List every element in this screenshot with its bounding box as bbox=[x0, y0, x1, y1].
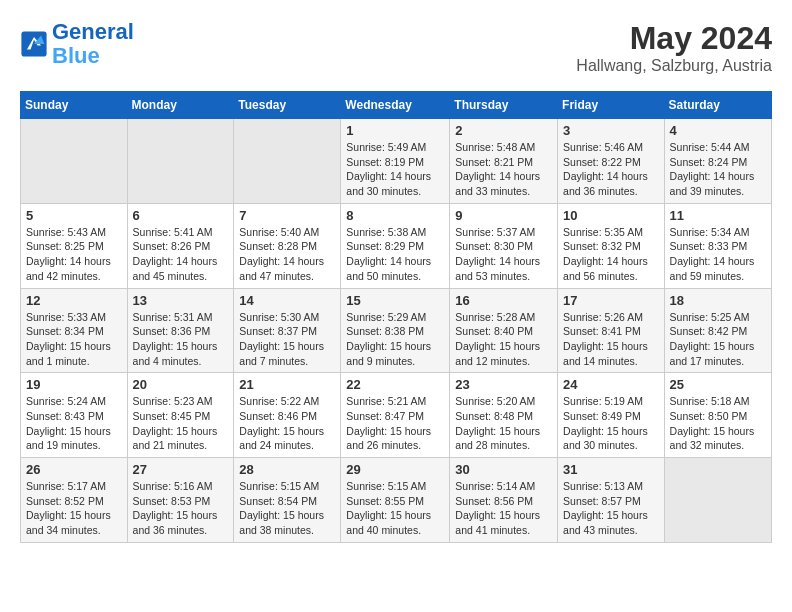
day-cell: 10Sunrise: 5:35 AM Sunset: 8:32 PM Dayli… bbox=[558, 203, 665, 288]
day-number: 5 bbox=[26, 208, 122, 223]
day-number: 15 bbox=[346, 293, 444, 308]
logo-text: General Blue bbox=[52, 20, 134, 68]
day-cell: 13Sunrise: 5:31 AM Sunset: 8:36 PM Dayli… bbox=[127, 288, 234, 373]
day-number: 19 bbox=[26, 377, 122, 392]
day-number: 2 bbox=[455, 123, 552, 138]
day-number: 21 bbox=[239, 377, 335, 392]
header-cell-monday: Monday bbox=[127, 92, 234, 119]
day-info: Sunrise: 5:30 AM Sunset: 8:37 PM Dayligh… bbox=[239, 310, 335, 369]
week-row-2: 5Sunrise: 5:43 AM Sunset: 8:25 PM Daylig… bbox=[21, 203, 772, 288]
day-number: 16 bbox=[455, 293, 552, 308]
day-number: 14 bbox=[239, 293, 335, 308]
title-block: May 2024 Hallwang, Salzburg, Austria bbox=[576, 20, 772, 75]
day-info: Sunrise: 5:20 AM Sunset: 8:48 PM Dayligh… bbox=[455, 394, 552, 453]
day-cell bbox=[664, 458, 771, 543]
logo: General Blue bbox=[20, 20, 134, 68]
day-cell: 18Sunrise: 5:25 AM Sunset: 8:42 PM Dayli… bbox=[664, 288, 771, 373]
day-cell: 4Sunrise: 5:44 AM Sunset: 8:24 PM Daylig… bbox=[664, 119, 771, 204]
day-cell: 8Sunrise: 5:38 AM Sunset: 8:29 PM Daylig… bbox=[341, 203, 450, 288]
day-info: Sunrise: 5:16 AM Sunset: 8:53 PM Dayligh… bbox=[133, 479, 229, 538]
week-row-1: 1Sunrise: 5:49 AM Sunset: 8:19 PM Daylig… bbox=[21, 119, 772, 204]
day-info: Sunrise: 5:31 AM Sunset: 8:36 PM Dayligh… bbox=[133, 310, 229, 369]
day-cell: 25Sunrise: 5:18 AM Sunset: 8:50 PM Dayli… bbox=[664, 373, 771, 458]
header-cell-wednesday: Wednesday bbox=[341, 92, 450, 119]
day-cell bbox=[234, 119, 341, 204]
day-number: 23 bbox=[455, 377, 552, 392]
day-number: 18 bbox=[670, 293, 766, 308]
day-cell: 28Sunrise: 5:15 AM Sunset: 8:54 PM Dayli… bbox=[234, 458, 341, 543]
day-info: Sunrise: 5:18 AM Sunset: 8:50 PM Dayligh… bbox=[670, 394, 766, 453]
page-header: General Blue May 2024 Hallwang, Salzburg… bbox=[20, 20, 772, 75]
day-info: Sunrise: 5:19 AM Sunset: 8:49 PM Dayligh… bbox=[563, 394, 659, 453]
day-info: Sunrise: 5:21 AM Sunset: 8:47 PM Dayligh… bbox=[346, 394, 444, 453]
day-info: Sunrise: 5:13 AM Sunset: 8:57 PM Dayligh… bbox=[563, 479, 659, 538]
day-info: Sunrise: 5:41 AM Sunset: 8:26 PM Dayligh… bbox=[133, 225, 229, 284]
day-cell: 9Sunrise: 5:37 AM Sunset: 8:30 PM Daylig… bbox=[450, 203, 558, 288]
day-cell: 31Sunrise: 5:13 AM Sunset: 8:57 PM Dayli… bbox=[558, 458, 665, 543]
day-info: Sunrise: 5:48 AM Sunset: 8:21 PM Dayligh… bbox=[455, 140, 552, 199]
day-cell: 27Sunrise: 5:16 AM Sunset: 8:53 PM Dayli… bbox=[127, 458, 234, 543]
day-cell: 30Sunrise: 5:14 AM Sunset: 8:56 PM Dayli… bbox=[450, 458, 558, 543]
day-number: 13 bbox=[133, 293, 229, 308]
header-cell-saturday: Saturday bbox=[664, 92, 771, 119]
day-number: 6 bbox=[133, 208, 229, 223]
day-cell bbox=[127, 119, 234, 204]
day-info: Sunrise: 5:24 AM Sunset: 8:43 PM Dayligh… bbox=[26, 394, 122, 453]
day-number: 27 bbox=[133, 462, 229, 477]
day-info: Sunrise: 5:38 AM Sunset: 8:29 PM Dayligh… bbox=[346, 225, 444, 284]
day-cell: 15Sunrise: 5:29 AM Sunset: 8:38 PM Dayli… bbox=[341, 288, 450, 373]
day-info: Sunrise: 5:34 AM Sunset: 8:33 PM Dayligh… bbox=[670, 225, 766, 284]
header-cell-friday: Friday bbox=[558, 92, 665, 119]
day-cell bbox=[21, 119, 128, 204]
day-info: Sunrise: 5:15 AM Sunset: 8:55 PM Dayligh… bbox=[346, 479, 444, 538]
day-info: Sunrise: 5:26 AM Sunset: 8:41 PM Dayligh… bbox=[563, 310, 659, 369]
day-cell: 22Sunrise: 5:21 AM Sunset: 8:47 PM Dayli… bbox=[341, 373, 450, 458]
header-cell-thursday: Thursday bbox=[450, 92, 558, 119]
day-cell: 29Sunrise: 5:15 AM Sunset: 8:55 PM Dayli… bbox=[341, 458, 450, 543]
day-number: 30 bbox=[455, 462, 552, 477]
day-info: Sunrise: 5:22 AM Sunset: 8:46 PM Dayligh… bbox=[239, 394, 335, 453]
day-cell: 2Sunrise: 5:48 AM Sunset: 8:21 PM Daylig… bbox=[450, 119, 558, 204]
day-number: 25 bbox=[670, 377, 766, 392]
day-info: Sunrise: 5:15 AM Sunset: 8:54 PM Dayligh… bbox=[239, 479, 335, 538]
day-info: Sunrise: 5:17 AM Sunset: 8:52 PM Dayligh… bbox=[26, 479, 122, 538]
header-row: SundayMondayTuesdayWednesdayThursdayFrid… bbox=[21, 92, 772, 119]
day-cell: 19Sunrise: 5:24 AM Sunset: 8:43 PM Dayli… bbox=[21, 373, 128, 458]
header-cell-sunday: Sunday bbox=[21, 92, 128, 119]
day-info: Sunrise: 5:40 AM Sunset: 8:28 PM Dayligh… bbox=[239, 225, 335, 284]
day-number: 22 bbox=[346, 377, 444, 392]
logo-line1: General bbox=[52, 19, 134, 44]
logo-icon bbox=[20, 30, 48, 58]
day-cell: 26Sunrise: 5:17 AM Sunset: 8:52 PM Dayli… bbox=[21, 458, 128, 543]
header-cell-tuesday: Tuesday bbox=[234, 92, 341, 119]
day-number: 11 bbox=[670, 208, 766, 223]
week-row-3: 12Sunrise: 5:33 AM Sunset: 8:34 PM Dayli… bbox=[21, 288, 772, 373]
day-cell: 7Sunrise: 5:40 AM Sunset: 8:28 PM Daylig… bbox=[234, 203, 341, 288]
day-number: 10 bbox=[563, 208, 659, 223]
day-info: Sunrise: 5:49 AM Sunset: 8:19 PM Dayligh… bbox=[346, 140, 444, 199]
calendar-subtitle: Hallwang, Salzburg, Austria bbox=[576, 57, 772, 75]
day-info: Sunrise: 5:37 AM Sunset: 8:30 PM Dayligh… bbox=[455, 225, 552, 284]
day-number: 17 bbox=[563, 293, 659, 308]
logo-line2: Blue bbox=[52, 43, 100, 68]
day-info: Sunrise: 5:14 AM Sunset: 8:56 PM Dayligh… bbox=[455, 479, 552, 538]
day-cell: 3Sunrise: 5:46 AM Sunset: 8:22 PM Daylig… bbox=[558, 119, 665, 204]
day-cell: 20Sunrise: 5:23 AM Sunset: 8:45 PM Dayli… bbox=[127, 373, 234, 458]
day-info: Sunrise: 5:44 AM Sunset: 8:24 PM Dayligh… bbox=[670, 140, 766, 199]
day-number: 7 bbox=[239, 208, 335, 223]
day-number: 28 bbox=[239, 462, 335, 477]
day-cell: 24Sunrise: 5:19 AM Sunset: 8:49 PM Dayli… bbox=[558, 373, 665, 458]
day-info: Sunrise: 5:29 AM Sunset: 8:38 PM Dayligh… bbox=[346, 310, 444, 369]
week-row-5: 26Sunrise: 5:17 AM Sunset: 8:52 PM Dayli… bbox=[21, 458, 772, 543]
day-info: Sunrise: 5:46 AM Sunset: 8:22 PM Dayligh… bbox=[563, 140, 659, 199]
day-number: 3 bbox=[563, 123, 659, 138]
day-cell: 1Sunrise: 5:49 AM Sunset: 8:19 PM Daylig… bbox=[341, 119, 450, 204]
day-number: 24 bbox=[563, 377, 659, 392]
day-info: Sunrise: 5:35 AM Sunset: 8:32 PM Dayligh… bbox=[563, 225, 659, 284]
week-row-4: 19Sunrise: 5:24 AM Sunset: 8:43 PM Dayli… bbox=[21, 373, 772, 458]
day-cell: 14Sunrise: 5:30 AM Sunset: 8:37 PM Dayli… bbox=[234, 288, 341, 373]
day-info: Sunrise: 5:43 AM Sunset: 8:25 PM Dayligh… bbox=[26, 225, 122, 284]
day-cell: 21Sunrise: 5:22 AM Sunset: 8:46 PM Dayli… bbox=[234, 373, 341, 458]
day-cell: 23Sunrise: 5:20 AM Sunset: 8:48 PM Dayli… bbox=[450, 373, 558, 458]
calendar-table: SundayMondayTuesdayWednesdayThursdayFrid… bbox=[20, 91, 772, 543]
